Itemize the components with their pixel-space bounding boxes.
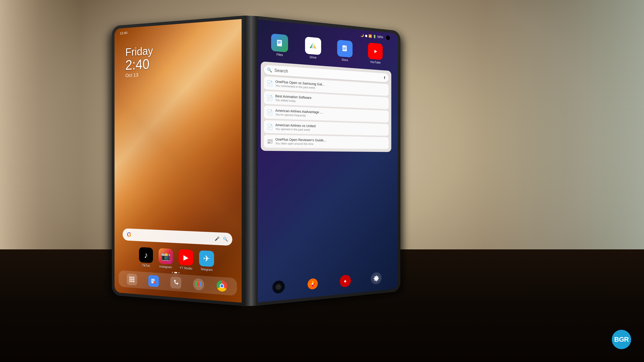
phone-left-panel: 12:40 Friday 2:40 Oct 13 G 🎤 🔍: [112, 15, 245, 306]
right-dock: ●: [261, 269, 392, 298]
maps-dock-icon[interactable]: [193, 278, 204, 291]
svg-rect-1: [131, 277, 133, 278]
doc-info-2: American Airlines Aadvantage ... You've …: [275, 108, 386, 120]
page-dot-1: [172, 272, 173, 273]
pinwheel-dock-icon[interactable]: [307, 277, 318, 291]
doc-info-0: OnePlus Open vs Samsung Gal... You comme…: [275, 80, 386, 93]
app-drawer-icon[interactable]: [127, 273, 137, 285]
doc-icon-0: 📄: [267, 80, 273, 86]
camera-dock-icon[interactable]: [272, 280, 285, 294]
tiktok-label: TikTok: [142, 264, 150, 268]
files-dock-icon[interactable]: !: [148, 275, 159, 287]
doc-icon-4: 📰: [267, 138, 273, 144]
tiktok-app[interactable]: ♪ TikTok: [139, 247, 153, 268]
bgr-watermark: BGR: [612, 330, 631, 349]
docs-widget: 🔍 Search ⬆ 📄 OnePlus Open vs Samsung Gal…: [261, 61, 392, 152]
tiktok-icon[interactable]: ♪: [139, 247, 153, 263]
drive-app-icon[interactable]: [305, 37, 321, 55]
svg-text:!: !: [154, 282, 155, 284]
drive-label: Drive: [310, 55, 316, 59]
telegram-icon[interactable]: ✈: [199, 250, 214, 267]
camera-hole: [386, 35, 390, 40]
dot-icon: ⬤: [365, 34, 368, 37]
foldable-phone: 12:40 Friday 2:40 Oct 13 G 🎤 🔍: [90, 9, 411, 329]
yt-studio-icon[interactable]: ▶: [178, 249, 193, 266]
docs-search-icon: 🔍: [267, 67, 272, 73]
yt-studio-app[interactable]: ▶ YT Studio: [178, 249, 193, 271]
svg-marker-16: [196, 281, 198, 287]
svg-rect-19: [277, 39, 282, 46]
left-screen: 12:40 Friday 2:40 Oct 13 G 🎤 🔍: [114, 19, 242, 303]
voice-search-icon[interactable]: 🎤: [214, 235, 220, 242]
moon-icon: 🌙: [360, 33, 364, 37]
google-logo-text: G: [127, 231, 132, 238]
page-dot-3: [178, 272, 180, 274]
svg-rect-6: [130, 280, 131, 282]
svg-rect-5: [133, 279, 134, 280]
window-light-left: [0, 0, 80, 290]
doc-info-3: American Airlines vs United You opened i…: [275, 123, 386, 133]
svg-marker-17: [198, 282, 200, 287]
battery-icon: 🔋: [373, 34, 376, 38]
google-g-logo: G: [126, 231, 132, 238]
svg-rect-4: [131, 279, 133, 280]
doc-item-3[interactable]: 📄 American Airlines vs United You opened…: [264, 120, 389, 136]
files-label: Files: [276, 53, 283, 57]
phone-dock-icon[interactable]: [170, 276, 181, 289]
oneplus-dock-icon[interactable]: ●: [340, 275, 351, 288]
instagram-app[interactable]: 📸 Instagram: [158, 248, 173, 269]
youtube-app-icon[interactable]: [368, 42, 382, 60]
window-light-right: [483, 0, 644, 290]
left-status-time: 12:40: [120, 31, 127, 35]
instagram-icon[interactable]: 📸: [158, 248, 173, 264]
youtube-app[interactable]: YouTube: [368, 42, 382, 64]
lens-search-icon[interactable]: 🔍: [222, 236, 228, 242]
docs-app[interactable]: Docs: [337, 39, 352, 62]
doc-icon-1: 📄: [267, 94, 273, 101]
docs-app-icon[interactable]: [337, 39, 352, 58]
doc-icon-3: 📄: [267, 124, 273, 130]
svg-rect-0: [130, 276, 131, 278]
phone-hinge: [245, 15, 258, 306]
doc-icon-2: 📄: [267, 109, 273, 115]
battery-percent: 59%: [378, 35, 383, 39]
phone-right-panel: 🌙 ⬤ 📶 🔋 59%: [258, 16, 400, 306]
status-icons: 🌙 ⬤ 📶 🔋 59%: [360, 33, 383, 39]
page-dot-2: [174, 272, 177, 273]
files-app[interactable]: Files: [271, 33, 288, 57]
svg-rect-8: [133, 281, 134, 282]
chrome-dock-icon[interactable]: [216, 280, 228, 292]
doc-item-4[interactable]: 📰 OnePlus Open Reviewer's Guide... You o…: [264, 135, 389, 149]
telegram-app[interactable]: ✈ Telegram: [199, 250, 214, 272]
doc-info-4: OnePlus Open Reviewer's Guide... You oft…: [275, 137, 386, 147]
youtube-label: YouTube: [370, 60, 380, 64]
docs-share-icon[interactable]: ⬆: [383, 75, 386, 80]
clock-display: 2:40: [125, 57, 153, 72]
left-time-display: Friday 2:40 Oct 13: [125, 44, 153, 78]
settings-dock-icon[interactable]: [371, 272, 382, 285]
svg-rect-2: [133, 277, 134, 278]
doc-info-1: Best Animation Software You edited today: [275, 94, 386, 107]
svg-rect-3: [130, 279, 131, 280]
svg-rect-7: [131, 281, 133, 282]
svg-text:●: ●: [344, 278, 347, 284]
right-screen: 🌙 ⬤ 📶 🔋 59%: [258, 19, 398, 303]
drive-app[interactable]: Drive: [305, 37, 321, 60]
svg-marker-18: [200, 282, 201, 287]
files-app-icon[interactable]: [271, 33, 288, 52]
svg-rect-29: [342, 45, 345, 47]
wifi-icon: 📶: [368, 34, 372, 38]
docs-label: Docs: [342, 58, 348, 62]
